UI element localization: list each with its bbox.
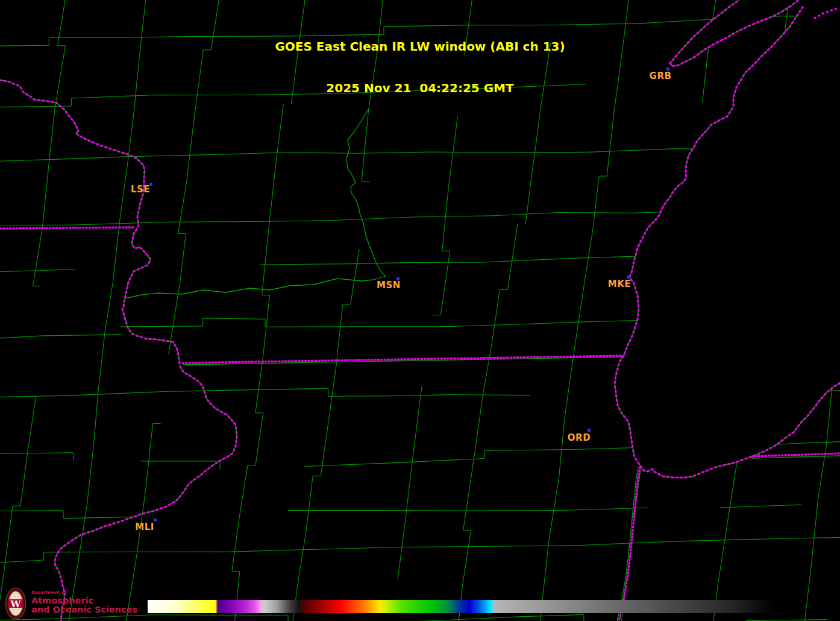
- temperature-colorbar: [148, 600, 775, 613]
- wi-il-border-line: [183, 357, 624, 365]
- title-line-2: 2025 Nov 21 04:22:25 GMT: [0, 81, 840, 95]
- wisconsin-river: [125, 109, 386, 298]
- mississippi-riverbank: [0, 80, 237, 621]
- il-in-border-line: [617, 467, 638, 621]
- uw-crest-icon: W: [5, 587, 27, 620]
- station-label-grb: GRB: [650, 71, 672, 81]
- svg-text:W: W: [10, 599, 22, 610]
- logo-line-2: and Oceanic Sciences: [31, 605, 137, 614]
- logo-dept-line: Department of: [31, 591, 137, 595]
- station-dot-mli-icon: [154, 519, 157, 522]
- station-label-lse: LSE: [131, 184, 150, 195]
- station-dot-mke-icon: [627, 276, 630, 279]
- station-dot-ord-icon: [588, 429, 591, 432]
- image-title: GOES East Clean IR LW window (ABI ch 13)…: [0, 12, 840, 123]
- station-label-mli: MLI: [135, 522, 154, 532]
- logo-text: Department of Atmospheric and Oceanic Sc…: [31, 587, 137, 614]
- uw-aos-logo: W Department of Atmospheric and Oceanic …: [5, 587, 137, 620]
- wi-il-border: [183, 356, 624, 363]
- title-line-1: GOES East Clean IR LW window (ABI ch 13): [0, 40, 840, 54]
- logo-line-1: Atmospheric: [31, 596, 137, 605]
- station-label-msn: MSN: [377, 280, 401, 291]
- satellite-map-view: GOES East Clean IR LW window (ABI ch 13)…: [0, 0, 840, 621]
- station-label-ord: ORD: [568, 432, 591, 443]
- station-dot-grb-icon: [666, 68, 669, 71]
- station-label-mke: MKE: [608, 279, 631, 289]
- mn-ia-border: [0, 227, 134, 229]
- mississippi-state-border: [0, 80, 237, 621]
